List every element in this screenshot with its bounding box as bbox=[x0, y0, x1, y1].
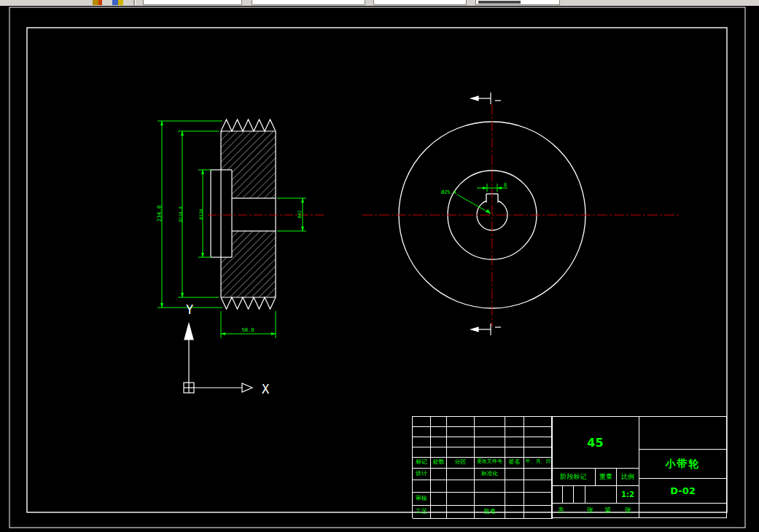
review-label: 审核 bbox=[413, 493, 431, 506]
grid-cell bbox=[431, 437, 447, 447]
grid-cell bbox=[475, 437, 505, 447]
grid-cell bbox=[475, 447, 505, 458]
grid-cell bbox=[431, 427, 447, 437]
standardization-label: 标准化 bbox=[475, 469, 505, 480]
grid-cell bbox=[524, 469, 553, 480]
scale-value-cell: 1:2 bbox=[616, 485, 639, 504]
header-change-doc: 更改文件号 bbox=[475, 458, 505, 469]
weight-cell: 重量 bbox=[595, 468, 617, 486]
grid-cell bbox=[505, 506, 524, 519]
sheets-cell: 共 张 第 张 bbox=[551, 503, 639, 518]
dim-hub-diameter: Ø120 bbox=[198, 208, 203, 219]
application-window: 234.8 Ø224.8 Ø120 Ø42 50.8 bbox=[0, 0, 759, 532]
stage-mark-cell: 阶段标记 bbox=[551, 468, 596, 486]
grid-cell bbox=[524, 506, 553, 519]
grid-cell bbox=[413, 447, 431, 458]
title-block-grid: 标记 处数 分区 更改文件号 签名 年、月、日 设计 标准化 审核 工艺 批准 bbox=[412, 416, 552, 518]
dim-root-diameter: Ø224.8 bbox=[178, 206, 183, 222]
dim-outer-diameter: 234.8 bbox=[156, 205, 163, 222]
approve-label: 批准 bbox=[475, 506, 505, 519]
grid-cell bbox=[431, 493, 447, 506]
section-mark-top bbox=[471, 93, 501, 104]
color-combo[interactable] bbox=[252, 0, 365, 5]
header-signature: 签名 bbox=[505, 458, 524, 469]
grid-cell bbox=[524, 480, 553, 493]
grid-cell bbox=[524, 417, 553, 427]
part-name-cell: 小带轮 bbox=[639, 449, 727, 479]
grid-cell bbox=[447, 506, 475, 519]
section-view bbox=[208, 120, 324, 309]
header-mark: 标记 bbox=[413, 458, 431, 469]
hatch-area-top bbox=[221, 131, 276, 198]
weight-value-cell bbox=[585, 485, 617, 504]
grid-cell bbox=[447, 480, 475, 493]
grid-cell bbox=[431, 480, 447, 493]
grid-cell bbox=[505, 417, 524, 427]
grid-cell bbox=[413, 427, 431, 437]
bore-leader-arrow bbox=[486, 209, 491, 214]
grid-cell bbox=[524, 447, 553, 458]
grid-cell bbox=[447, 417, 475, 427]
header-zone: 分区 bbox=[447, 458, 475, 469]
grid-cell bbox=[475, 427, 505, 437]
company-cell bbox=[639, 416, 727, 450]
dim-keyway-width: 8 bbox=[504, 182, 507, 188]
lineweight-combo[interactable] bbox=[475, 0, 560, 5]
grid-cell bbox=[505, 427, 524, 437]
material-value: 45 bbox=[587, 436, 603, 450]
grid-cell bbox=[413, 480, 431, 493]
layer-combo[interactable] bbox=[143, 0, 242, 5]
grid-cell bbox=[447, 437, 475, 447]
sheets-page2-label: 张 bbox=[625, 506, 631, 515]
sheets-page-label: 第 bbox=[604, 506, 611, 515]
lineweight-swatch bbox=[478, 1, 521, 4]
section-mark-bottom bbox=[471, 324, 501, 335]
sheets-total-label: 共 bbox=[558, 506, 564, 515]
dim-bore-diameter: Ø25.4 bbox=[441, 189, 456, 195]
grid-cell bbox=[505, 447, 524, 458]
grid-cell bbox=[447, 493, 475, 506]
linetype-combo[interactable] bbox=[373, 0, 467, 5]
material-cell: 45 bbox=[551, 416, 639, 469]
grid-cell bbox=[524, 437, 553, 447]
toolbar-icon-3d[interactable] bbox=[112, 0, 123, 5]
scale-cell: 比例 bbox=[616, 468, 639, 486]
grid-cell bbox=[431, 469, 447, 480]
drawing-number-cell: D-02 bbox=[639, 478, 727, 504]
grid-cell bbox=[505, 493, 524, 506]
stage-sub-cell bbox=[573, 485, 585, 504]
grid-cell bbox=[447, 427, 475, 437]
dim-face-width: 50.8 bbox=[242, 327, 254, 333]
grid-cell bbox=[413, 437, 431, 447]
drawing-canvas[interactable]: 234.8 Ø224.8 Ø120 Ø42 50.8 bbox=[0, 6, 759, 532]
title-block: 标记 处数 分区 更改文件号 签名 年、月、日 设计 标准化 审核 工艺 批准 bbox=[412, 416, 727, 518]
hatch-area-bottom bbox=[221, 231, 276, 297]
sheets-sheet-label: 张 bbox=[587, 506, 593, 515]
grid-cell bbox=[524, 427, 553, 437]
grid-cell bbox=[505, 469, 524, 480]
front-view: 8 Ø25.4 bbox=[362, 93, 680, 335]
process-label: 工艺 bbox=[413, 506, 431, 519]
header-date: 年、月、日 bbox=[524, 458, 553, 469]
grid-cell bbox=[475, 493, 505, 506]
stage-sub-cell bbox=[562, 485, 574, 504]
grid-cell bbox=[475, 417, 505, 427]
header-count: 处数 bbox=[431, 458, 447, 469]
grid-cell bbox=[431, 506, 447, 519]
grid-cell bbox=[524, 493, 553, 506]
toolbar-separator bbox=[133, 0, 136, 5]
grid-cell bbox=[413, 417, 431, 427]
grid-cell bbox=[431, 417, 447, 427]
grid-cell bbox=[505, 437, 524, 447]
bottom-right-cell bbox=[639, 503, 727, 518]
dim-bore-span: Ø42 bbox=[297, 210, 302, 218]
grid-cell bbox=[431, 447, 447, 458]
grid-cell bbox=[475, 480, 505, 493]
grid-cell bbox=[447, 469, 475, 480]
ucs-y-label: Y bbox=[186, 302, 193, 317]
grid-cell bbox=[447, 447, 475, 458]
toolbar-icon-plot[interactable] bbox=[93, 0, 102, 5]
design-label: 设计 bbox=[413, 469, 431, 480]
grid-cell bbox=[505, 480, 524, 493]
ucs-x-label: X bbox=[262, 382, 270, 396]
